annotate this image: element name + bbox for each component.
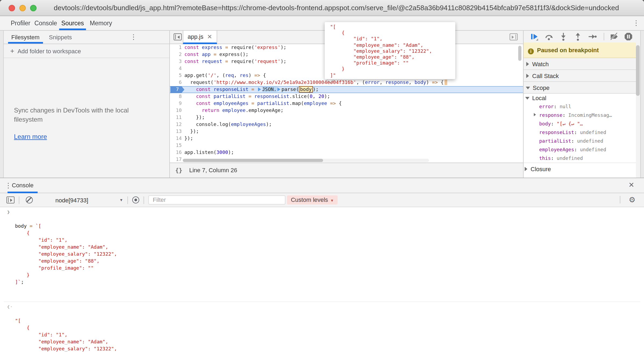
line-number[interactable]: 2 <box>170 51 184 58</box>
code-line-6[interactable]: 6 request('http://www.mocky.io/v2/5e1a9a… <box>170 79 523 86</box>
close-drawer-icon[interactable]: ✕ <box>628 181 634 189</box>
line-number[interactable]: 17 <box>170 156 184 163</box>
line-number[interactable]: 12 <box>170 121 184 128</box>
line-number[interactable]: 7 <box>170 86 184 93</box>
add-folder-button[interactable]: +Add folder to workspace <box>4 44 169 58</box>
scope-variable-this[interactable]: this: undefined <box>524 154 636 163</box>
sidebar-tab-snippets[interactable]: Snippets <box>46 31 75 44</box>
line-number[interactable]: 16 <box>170 149 184 156</box>
debugger-scrollbar[interactable] <box>636 45 640 96</box>
line-number[interactable]: 3 <box>170 58 184 65</box>
execution-context-selector[interactable]: node[94733] <box>55 197 88 203</box>
filter-input[interactable]: Filter <box>148 195 285 205</box>
deactivate-breakpoints-button[interactable] <box>610 32 618 41</box>
devtools-menu-kebab-icon[interactable]: ⋮ <box>633 19 640 27</box>
line-number[interactable]: 5 <box>170 72 184 79</box>
code-line-10[interactable]: 10 return employee.employeeAge; <box>170 107 523 114</box>
add-folder-label: Add folder to workspace <box>17 48 81 54</box>
code-line-11[interactable]: 11 }); <box>170 114 523 121</box>
expand-icon <box>534 113 536 116</box>
step-button[interactable] <box>588 32 597 41</box>
console-toolbar: node[94733] ▼ Filter Custom levels▼ <box>0 193 644 207</box>
step-into-button[interactable] <box>559 32 568 41</box>
code-line-15[interactable]: 15 <box>170 142 523 149</box>
console-command-entry[interactable]: ❯body = `[ { "id": "1", "employee_name":… <box>4 207 640 302</box>
editor-horizontal-scrollbar[interactable] <box>183 159 429 162</box>
scope-pane: Local error: nullresponse: IncomingMessa… <box>524 94 636 178</box>
toggle-navigator-icon[interactable] <box>174 33 182 40</box>
close-window-icon[interactable] <box>9 5 15 11</box>
file-tab-label: app.js <box>188 33 203 40</box>
code-line-9[interactable]: 9 const employeeAges = partialList.map(e… <box>170 100 523 107</box>
line-number[interactable]: 4 <box>170 65 184 72</box>
scope-variable-response[interactable]: response: IncomingMessag… <box>524 111 636 119</box>
step-out-button[interactable] <box>574 32 582 41</box>
console-result-entry[interactable]: ❮·"[ { "id": "1", "employee_name": "Adam… <box>4 302 640 352</box>
code-line-8[interactable]: 8 const partialList = responseList.slice… <box>170 93 523 100</box>
plus-icon: + <box>10 47 14 55</box>
line-number[interactable]: 8 <box>170 93 184 100</box>
console-settings-gear-icon[interactable]: ⚙ <box>629 195 635 204</box>
tab-sources[interactable]: Sources <box>59 16 86 30</box>
minimize-window-icon[interactable] <box>19 5 26 11</box>
line-number[interactable]: 11 <box>170 114 184 121</box>
paused-banner: iPaused on breakpoint <box>524 43 636 58</box>
line-number[interactable]: 9 <box>170 100 184 107</box>
code-line-13[interactable]: 13 }); <box>170 128 523 135</box>
code-line-16[interactable]: 16app.listen(3000); <box>170 149 523 156</box>
line-number[interactable]: 15 <box>170 142 184 149</box>
line-number[interactable]: 13 <box>170 128 184 135</box>
pause-on-exceptions-button[interactable] <box>624 32 633 41</box>
code-line-14[interactable]: 14}); <box>170 135 523 142</box>
console-sidebar-toggle-icon[interactable] <box>6 196 15 203</box>
code-line-7[interactable]: 7 const responseList = JSON.parse(body); <box>170 86 523 93</box>
debugger-panel: iPaused on breakpoint Watch Call Stack S… <box>523 31 640 178</box>
section-scope[interactable]: Scope <box>524 82 636 94</box>
tab-memory[interactable]: Memory <box>88 16 114 30</box>
command-chevron-icon: ❯ <box>7 209 10 216</box>
tab-console[interactable]: Console <box>32 16 59 30</box>
resume-button[interactable] <box>530 32 539 41</box>
tab-profiler[interactable]: Profiler <box>9 16 33 30</box>
code-line-12[interactable]: 12 console.log(employeeAges); <box>170 121 523 128</box>
context-dropdown-icon[interactable]: ▼ <box>119 198 123 202</box>
line-number[interactable]: 1 <box>170 44 184 51</box>
window-titlebar: devtools://devtools/bundled/js_app.html?… <box>0 0 644 16</box>
section-watch[interactable]: Watch <box>524 58 636 70</box>
step-over-button[interactable] <box>545 32 553 41</box>
line-number[interactable]: 14 <box>170 135 184 142</box>
scope-variable-error[interactable]: error: null <box>524 102 636 111</box>
scope-variable-responseList[interactable]: responseList: undefined <box>524 128 636 137</box>
left-edge-gutter <box>0 31 4 178</box>
close-tab-icon[interactable]: ✕ <box>207 33 212 40</box>
file-tab-appjs[interactable]: app.js✕ <box>183 31 217 44</box>
learn-more-link[interactable]: Learn more <box>14 133 47 140</box>
editor-vertical-scrollbar[interactable] <box>518 46 521 61</box>
scope-local-header[interactable]: Local <box>524 94 636 102</box>
sidebar-tab-filesystem[interactable]: Filesystem <box>8 31 43 44</box>
cursor-position: Line 7, Column 26 <box>189 167 237 173</box>
custom-levels-dropdown[interactable]: Custom levels▼ <box>287 195 338 205</box>
scope-variable-partialList[interactable]: partialList: undefined <box>524 137 636 145</box>
scope-closure-header[interactable]: Closure <box>524 163 636 174</box>
clear-console-icon[interactable] <box>26 196 33 203</box>
toolbar-divider <box>620 196 620 203</box>
sync-note: Sync changes in DevTools with the local … <box>14 106 148 124</box>
live-expression-eye-icon[interactable] <box>132 196 139 203</box>
console-tab[interactable]: Console <box>8 178 38 193</box>
console-messages: ❯body = `[ { "id": "1", "employee_name":… <box>4 207 640 352</box>
line-number[interactable]: 10 <box>170 107 184 114</box>
maximize-window-icon[interactable] <box>30 5 37 11</box>
window-title: devtools://devtools/bundled/js_app.html?… <box>54 0 619 16</box>
navigator-more-kebab-icon[interactable]: ⋮ <box>130 33 137 41</box>
right-edge-gutter <box>640 31 644 178</box>
value-tooltip: "[ { "id": "1", "employee_name": "Adam",… <box>325 22 455 79</box>
paused-banner-text: Paused on breakpoint <box>537 47 599 53</box>
toggle-debugger-sidebar-icon[interactable] <box>510 33 518 40</box>
line-number[interactable]: 6 <box>170 79 184 86</box>
navigator-tabbar: ⋮ FilesystemSnippets <box>4 31 169 44</box>
pretty-print-icon[interactable]: {} <box>175 167 183 174</box>
scope-variable-employeeAges[interactable]: employeeAges: undefined <box>524 145 636 154</box>
scope-variable-body[interactable]: body: "[↵ {↵ "… <box>524 119 636 128</box>
section-call-stack[interactable]: Call Stack <box>524 70 636 82</box>
